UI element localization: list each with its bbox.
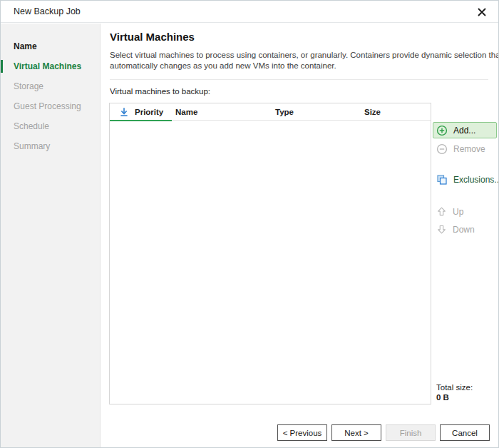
total-size: Total size: 0 B xyxy=(436,383,473,402)
column-header-name[interactable]: Name xyxy=(172,103,272,120)
minus-circle-icon xyxy=(436,143,448,155)
sidebar-item-guest-processing[interactable]: Guest Processing xyxy=(1,96,100,116)
up-button[interactable]: Up xyxy=(433,203,497,220)
page-description: Select virtual machines to process using… xyxy=(110,50,499,71)
next-button[interactable]: Next > xyxy=(331,424,381,441)
column-header-size[interactable]: Size xyxy=(361,103,431,120)
down-button[interactable]: Down xyxy=(433,221,497,238)
action-label: Remove xyxy=(453,144,485,154)
new-backup-job-dialog: New Backup Job Name Virtual Machines Sto… xyxy=(0,0,499,448)
vm-table-header: Priority Name Type Size xyxy=(110,103,431,121)
plus-circle-icon xyxy=(436,125,448,136)
vm-table-label: Virtual machines to backup: xyxy=(110,87,210,96)
sidebar-item-label: Schedule xyxy=(14,121,49,131)
action-label: Exclusions... xyxy=(453,175,499,185)
column-label: Type xyxy=(275,108,294,116)
overlapping-squares-icon xyxy=(436,174,448,185)
wizard-steps-sidebar: Name Virtual Machines Storage Guest Proc… xyxy=(1,24,101,447)
sidebar-item-label: Virtual Machines xyxy=(14,61,81,71)
page-title: Virtual Machines xyxy=(110,31,195,43)
previous-button[interactable]: < Previous xyxy=(277,424,327,441)
action-label: Down xyxy=(453,225,475,235)
active-step-indicator xyxy=(1,60,3,73)
sidebar-item-label: Name xyxy=(14,41,37,51)
column-label: Priority xyxy=(135,108,163,116)
window-title: New Backup Job xyxy=(14,6,81,16)
close-button[interactable] xyxy=(473,3,491,21)
divider xyxy=(110,79,488,80)
vm-table-body-empty[interactable] xyxy=(110,121,431,404)
sidebar-item-storage[interactable]: Storage xyxy=(1,76,100,96)
column-header-priority[interactable]: Priority xyxy=(110,103,172,120)
exclusions-button[interactable]: Exclusions... xyxy=(433,171,497,188)
vm-table: Priority Name Type Size xyxy=(109,103,431,404)
action-label: Up xyxy=(453,207,463,217)
sidebar-item-virtual-machines[interactable]: Virtual Machines xyxy=(1,56,100,76)
remove-button[interactable]: Remove xyxy=(433,141,497,157)
sidebar-item-name[interactable]: Name xyxy=(1,36,100,56)
cancel-button[interactable]: Cancel xyxy=(440,424,490,441)
close-icon xyxy=(478,8,486,16)
column-header-type[interactable]: Type xyxy=(272,103,361,120)
action-label: Add... xyxy=(453,126,475,136)
sidebar-item-schedule[interactable]: Schedule xyxy=(1,116,100,136)
sidebar-item-label: Summary xyxy=(14,141,50,151)
titlebar: New Backup Job xyxy=(1,1,498,23)
sidebar-item-label: Guest Processing xyxy=(14,101,81,111)
finish-button[interactable]: Finish xyxy=(386,424,436,441)
wizard-page-virtual-machines: Virtual Machines Select virtual machines… xyxy=(101,24,498,447)
arrow-down-icon xyxy=(436,224,447,235)
total-size-label: Total size: xyxy=(436,383,473,392)
column-label: Size xyxy=(364,108,381,116)
add-button[interactable]: Add... xyxy=(433,122,497,138)
arrow-up-icon xyxy=(436,206,447,217)
sidebar-item-label: Storage xyxy=(14,81,43,91)
sidebar-item-summary[interactable]: Summary xyxy=(1,136,100,156)
sort-priority-down-icon xyxy=(119,107,129,117)
column-label: Name xyxy=(175,108,197,116)
total-size-value: 0 B xyxy=(436,393,473,402)
